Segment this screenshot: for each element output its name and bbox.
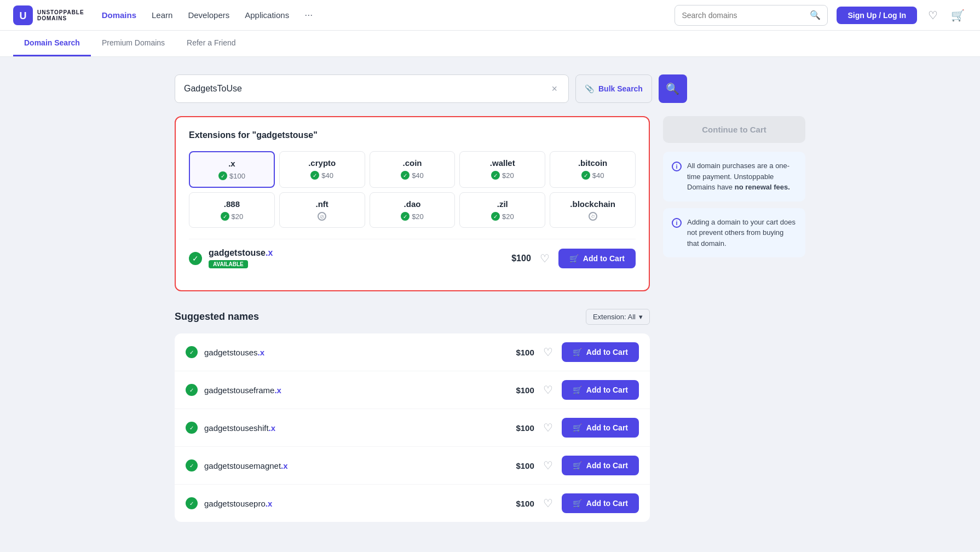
header-right: 🔍 Sign Up / Log In ♡ 🛒 [675, 5, 967, 26]
domain-price: $100 [498, 254, 531, 263]
sign-up-button[interactable]: Sign Up / Log In [837, 7, 917, 24]
tab-premium-domains[interactable]: Premium Domains [91, 31, 176, 56]
ext-name-x: .x [194, 159, 269, 168]
ext-item-nft[interactable]: .nft ⊘ [279, 192, 365, 228]
ext-name-crypto: .crypto [284, 158, 360, 168]
extensions-title: Extensions for "gadgetstouse" [189, 130, 636, 140]
cart-info-card: i Adding a domain to your cart does not … [663, 208, 805, 258]
ext-name-blockchain: .blockchain [555, 199, 631, 209]
check-icon-bitcoin: ✓ [581, 171, 590, 180]
header-search-input[interactable] [682, 11, 810, 20]
suggested-title: Suggested names [175, 311, 259, 323]
cart-icon: 🛒 [569, 254, 579, 263]
check-icon-coin: ✓ [401, 171, 410, 180]
cart-icon: 🛒 [573, 461, 582, 470]
check-icon-zil: ✓ [491, 212, 500, 221]
search-submit-button[interactable]: 🔍 [659, 74, 687, 103]
logo[interactable]: U UNSTOPPABLE DOMAINS [13, 5, 84, 25]
ext-item-zil[interactable]: .zil ✓ $20 [459, 192, 545, 228]
nav-more-icon[interactable]: ··· [304, 9, 313, 21]
wishlist-button[interactable]: ♡ [541, 495, 555, 512]
available-check-icon: ✓ [186, 459, 198, 472]
nav-applications[interactable]: Applications [245, 10, 289, 20]
add-to-cart-button[interactable]: 🛒 Add to Cart [562, 380, 639, 400]
wishlist-button[interactable]: ♡ [541, 457, 555, 474]
tab-refer-friend[interactable]: Refer a Friend [176, 31, 246, 56]
suggested-domain-name: gadgetstouseshift.x [204, 423, 500, 433]
main-nav: Domains Learn Developers Applications ··… [102, 9, 658, 21]
list-item: ✓ gadgetstouseshift.x $100 ♡ 🛒 Add to Ca… [175, 409, 650, 447]
content-main: Extensions for "gadgetstouse" .x ✓ $100 … [175, 116, 650, 522]
continue-to-cart-button[interactable]: Continue to Cart [663, 116, 805, 143]
ext-info-zil: ✓ $20 [464, 212, 540, 221]
sub-nav: Domain Search Premium Domains Refer a Fr… [0, 31, 980, 57]
svg-text:U: U [20, 10, 27, 21]
list-item: ✓ gadgetstouseframe.x $100 ♡ 🛒 Add to Ca… [175, 371, 650, 409]
suggested-domain-name: gadgetstousemagnet.x [204, 461, 500, 470]
available-check-icon: ✓ [186, 497, 198, 509]
check-icon-888: ✓ [221, 212, 229, 221]
nav-domains[interactable]: Domains [102, 10, 136, 20]
ext-name-coin: .coin [374, 158, 451, 168]
nav-developers[interactable]: Developers [188, 10, 229, 20]
domain-add-to-cart-button[interactable]: 🛒 Add to Cart [558, 249, 636, 268]
main-search-input[interactable] [184, 84, 549, 94]
tab-domain-search[interactable]: Domain Search [13, 31, 91, 56]
suggested-price: $100 [507, 423, 534, 433]
header-search-bar[interactable]: 🔍 [675, 5, 828, 26]
ext-item-x[interactable]: .x ✓ $100 [189, 151, 275, 188]
content-layout: Extensions for "gadgetstouse" .x ✓ $100 … [175, 116, 805, 522]
ext-item-coin[interactable]: .coin ✓ $40 [370, 151, 456, 188]
extensions-grid: .x ✓ $100 .crypto ✓ $40 [189, 151, 636, 228]
add-to-cart-button[interactable]: 🛒 Add to Cart [562, 418, 639, 438]
main-search-bar[interactable]: × [175, 74, 569, 103]
logo-icon: U [13, 5, 33, 25]
list-item: ✓ gadgetstouses.x $100 ♡ 🛒 Add to Cart [175, 334, 650, 371]
list-item: ✓ gadgetstousepro.x $100 ♡ 🛒 Add to Cart [175, 485, 650, 522]
suggested-header: Suggested names Extension: All ▾ [175, 309, 650, 325]
main-content: × 📎 Bulk Search 🔍 Extensions for "gadget… [162, 57, 818, 539]
clear-search-button[interactable]: × [549, 81, 560, 97]
domain-name-main: gadgetstouse.x AVAILABLE [209, 248, 492, 268]
ext-item-888[interactable]: .888 ✓ $20 [189, 192, 275, 228]
add-to-cart-button[interactable]: 🛒 Add to Cart [562, 456, 639, 475]
nav-learn[interactable]: Learn [152, 10, 172, 20]
suggested-price: $100 [507, 386, 534, 395]
available-check-icon: ✓ [186, 422, 198, 434]
suggested-list: ✓ gadgetstouses.x $100 ♡ 🛒 Add to Cart ✓ [175, 334, 650, 522]
ext-name-wallet: .wallet [464, 158, 540, 168]
ext-info-crypto: ✓ $40 [284, 171, 360, 180]
unavailable-icon-nft: ⊘ [318, 212, 326, 221]
ext-info-888: ✓ $20 [194, 212, 270, 221]
wishlist-button[interactable]: ♡ [541, 381, 555, 399]
search-icon: 🔍 [810, 10, 821, 20]
ext-item-wallet[interactable]: .wallet ✓ $20 [459, 151, 545, 188]
logo-text: UNSTOPPABLE DOMAINS [37, 9, 84, 21]
bulk-search-button[interactable]: 📎 Bulk Search [575, 74, 652, 103]
cart-icon: 🛒 [573, 499, 582, 508]
wishlist-header-icon[interactable]: ♡ [926, 7, 940, 24]
header: U UNSTOPPABLE DOMAINS Domains Learn Deve… [0, 0, 980, 31]
ext-info-x: ✓ $100 [194, 171, 269, 180]
ext-item-dao[interactable]: .dao ✓ $20 [370, 192, 456, 228]
ext-item-crypto[interactable]: .crypto ✓ $40 [279, 151, 365, 188]
extensions-card: Extensions for "gadgetstouse" .x ✓ $100 … [175, 116, 650, 291]
add-to-cart-button[interactable]: 🛒 Add to Cart [562, 493, 639, 513]
cart-header-icon[interactable]: 🛒 [949, 7, 967, 24]
suggested-domain-name: gadgetstouseframe.x [204, 386, 500, 395]
check-icon-wallet: ✓ [491, 171, 500, 180]
cart-icon: 🛒 [573, 423, 582, 432]
wishlist-button[interactable]: ♡ [541, 343, 555, 361]
domain-result-row: ✓ gadgetstouse.x AVAILABLE $100 ♡ 🛒 Add … [189, 239, 636, 277]
add-to-cart-button[interactable]: 🛒 Add to Cart [562, 342, 639, 362]
suggested-domain-name: gadgetstousepro.x [204, 499, 500, 508]
ext-item-bitcoin[interactable]: .bitcoin ✓ $40 [550, 151, 636, 188]
extension-filter-button[interactable]: Extension: All ▾ [586, 309, 650, 325]
ext-info-dao: ✓ $20 [374, 212, 451, 221]
ext-item-blockchain[interactable]: .blockchain ⏱ [550, 192, 636, 228]
domain-wishlist-button[interactable]: ♡ [538, 250, 552, 267]
ext-name-nft: .nft [284, 199, 360, 209]
wishlist-button[interactable]: ♡ [541, 419, 555, 436]
ext-name-888: .888 [194, 199, 270, 209]
loading-icon-blockchain: ⏱ [589, 212, 597, 221]
